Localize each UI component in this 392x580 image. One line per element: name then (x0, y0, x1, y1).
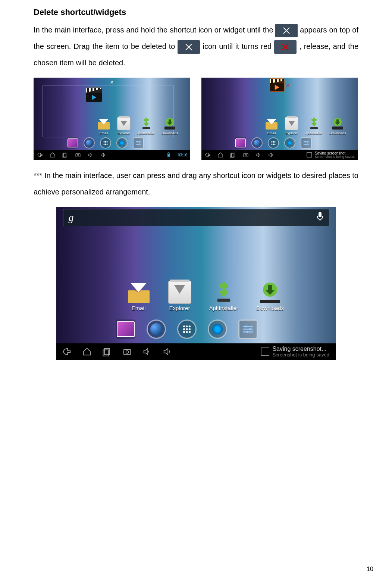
vol-up-button[interactable] (100, 152, 107, 158)
svg-point-22 (107, 144, 108, 145)
google-search-widget[interactable]: g (63, 209, 329, 226)
dragged-video-icon[interactable] (86, 87, 102, 102)
app-explorer-label: Explorer (169, 305, 190, 311)
app-explorer[interactable]: Explorer (285, 117, 298, 135)
svg-point-17 (104, 143, 105, 144)
svg-point-76 (186, 325, 188, 327)
svg-point-53 (275, 144, 276, 145)
app-icon-row: @ Email Explorer ApkInstaller Downloads (265, 117, 346, 135)
recent-button[interactable] (230, 152, 236, 158)
app-explorer-label: Explorer (285, 131, 298, 135)
browser-dock-icon[interactable] (251, 137, 263, 149)
recent-button[interactable] (62, 152, 69, 158)
settings-dock-icon[interactable] (133, 137, 144, 149)
vol-down-button[interactable] (142, 346, 153, 357)
paragraph-1: In the main interface, press and hold th… (34, 22, 358, 71)
svg-marker-68 (219, 291, 229, 297)
nav-bar: Saving screenshot... Screenshot is being… (201, 150, 358, 160)
delete-target-x-red[interactable]: × (270, 78, 290, 93)
svg-point-49 (273, 143, 274, 144)
gallery-dock-icon[interactable] (67, 137, 78, 149)
svg-point-26 (137, 141, 138, 142)
browser-dock-icon[interactable] (84, 137, 95, 149)
svg-point-19 (107, 143, 108, 144)
home-button[interactable] (82, 346, 92, 357)
svg-rect-91 (103, 350, 108, 356)
vol-up-button[interactable] (268, 152, 275, 158)
home-button[interactable] (49, 152, 56, 158)
svg-rect-12 (169, 119, 171, 122)
app-apkinstaller[interactable]: ApkInstaller (209, 281, 238, 311)
delete-x-red-icon (274, 40, 297, 54)
toast-title: Saving screenshot... (272, 346, 330, 352)
app-explorer-label: Explorer (117, 131, 130, 135)
app-downloads-label: Downloads (161, 131, 178, 135)
app-apkinstaller[interactable]: ApkInstaller (305, 117, 323, 135)
svg-rect-92 (123, 349, 131, 355)
vol-up-button[interactable] (162, 346, 173, 357)
app-downloads[interactable]: Downloads (161, 117, 178, 135)
apps-drawer-icon[interactable] (100, 137, 111, 149)
svg-point-41 (314, 119, 317, 121)
paragraph-2: *** In the main interface, user can pres… (34, 167, 358, 200)
svg-point-89 (246, 331, 248, 333)
app-downloads[interactable]: Downloads (256, 281, 284, 311)
nav-bar: Saving screenshot... Screenshot is being… (56, 343, 336, 360)
svg-rect-61 (231, 154, 234, 158)
screenshot-button[interactable] (122, 346, 132, 357)
app-email-label: Email (267, 131, 276, 135)
toast-title: Saving screenshot... (315, 151, 355, 155)
svg-point-46 (273, 141, 274, 142)
home-button[interactable] (217, 152, 224, 158)
battery-icon (165, 152, 172, 158)
app-email[interactable]: @ Email (127, 281, 150, 311)
gallery-dock-icon[interactable] (235, 137, 246, 149)
screenshot-button[interactable] (75, 152, 81, 158)
svg-point-28 (138, 144, 139, 145)
app-explorer[interactable]: Explorer (168, 281, 191, 311)
svg-point-63 (245, 155, 247, 156)
music-dock-icon[interactable] (208, 319, 227, 339)
apps-drawer-icon[interactable] (177, 319, 197, 339)
screenshot-button[interactable] (242, 152, 249, 158)
svg-point-51 (272, 144, 273, 145)
svg-point-59 (305, 144, 307, 145)
svg-point-50 (275, 143, 276, 144)
svg-point-75 (183, 325, 185, 327)
mic-icon[interactable] (316, 211, 324, 224)
screenshot-drag-start: × @ Email Explorer ApkInstaller (34, 78, 190, 160)
app-downloads[interactable]: Downloads (329, 117, 346, 135)
svg-marker-7 (143, 123, 149, 127)
screenshot-drag-delete: × @ Email Explorer ApkInstaller Do (201, 78, 358, 160)
app-email[interactable]: @ Email (265, 117, 278, 135)
settings-dock-icon[interactable] (301, 137, 312, 149)
recent-button[interactable] (102, 346, 112, 357)
app-explorer[interactable]: Explorer (117, 117, 131, 135)
app-apk-label: ApkInstaller (137, 131, 155, 135)
vol-down-button[interactable] (87, 152, 94, 158)
svg-point-20 (104, 144, 105, 145)
svg-point-14 (104, 141, 105, 142)
nav-bar: 03:16 (34, 150, 190, 160)
svg-point-52 (273, 144, 274, 145)
music-dock-icon[interactable] (116, 137, 128, 149)
apps-drawer-icon[interactable] (268, 137, 279, 149)
app-apkinstaller[interactable]: ApkInstaller (137, 117, 155, 135)
gallery-dock-icon[interactable] (116, 319, 135, 339)
svg-rect-73 (268, 285, 272, 290)
dock-row (67, 137, 144, 149)
browser-dock-icon[interactable] (147, 319, 166, 339)
toast-subtitle: Screenshot is being saved. (315, 155, 355, 159)
vol-down-button[interactable] (255, 152, 262, 158)
svg-point-48 (272, 143, 273, 144)
back-button[interactable] (37, 152, 43, 158)
back-button[interactable] (204, 152, 211, 158)
svg-point-57 (305, 141, 306, 142)
back-button[interactable] (62, 346, 72, 357)
settings-dock-icon[interactable] (238, 319, 258, 339)
svg-point-32 (77, 155, 79, 156)
svg-rect-69 (217, 299, 230, 302)
music-dock-icon[interactable] (284, 137, 295, 149)
toast-thumbnail-icon (307, 152, 312, 158)
app-email[interactable]: @ Email (97, 117, 110, 135)
